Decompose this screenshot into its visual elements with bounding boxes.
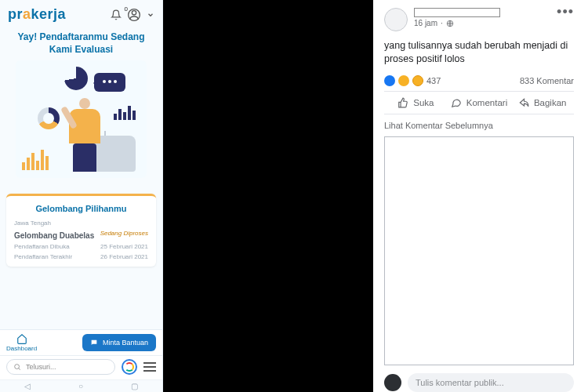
action-bar: Suka Komentari Bagikan xyxy=(384,91,574,114)
home-soft-icon[interactable]: ○ xyxy=(78,382,83,390)
previous-comments-link[interactable]: Lihat Komentar Sebelumnya xyxy=(384,114,574,136)
open-label: Pendaftaran Dibuka xyxy=(14,243,70,250)
wow-reaction-icon xyxy=(412,75,423,86)
like-button[interactable]: Suka xyxy=(384,92,448,114)
comment-input[interactable]: Tulis komentar publik... xyxy=(408,373,574,392)
phone-screenshot: prakerja 0 Yay! Pendaftaranmu Sedang Kam… xyxy=(0,0,163,392)
hero-illustration xyxy=(16,60,147,178)
globe-icon xyxy=(446,20,454,27)
app-header: prakerja 0 xyxy=(0,0,162,26)
search-input[interactable]: Telusuri... xyxy=(6,359,115,375)
recents-icon[interactable]: ▢ xyxy=(131,382,138,390)
close-label: Pendaftaran Terakhir xyxy=(14,253,72,260)
wave-status: Sedang Diproses xyxy=(100,230,148,240)
media-blackbox xyxy=(163,0,373,392)
open-value: 25 Februari 2021 xyxy=(100,243,148,250)
like-reaction-icon xyxy=(384,75,395,86)
notification-count: 0 xyxy=(125,5,128,13)
poster-name-redacted xyxy=(414,8,500,17)
haha-reaction-icon xyxy=(398,75,409,86)
home-icon xyxy=(16,333,28,344)
hero-title: Yay! Pendaftaranmu Sedang Kami Evaluasi xyxy=(9,31,153,56)
share-icon xyxy=(518,97,529,108)
bell-icon[interactable]: 0 xyxy=(111,9,122,20)
post-pane: 16 jam · ••• yang tulisannya sudah berub… xyxy=(373,0,588,392)
write-comment-row: Tulis komentar publik... xyxy=(384,370,574,392)
google-play-icon[interactable] xyxy=(122,359,137,375)
bottom-nav: Dashboard Minta Bantuan xyxy=(0,329,162,355)
avatar-icon[interactable] xyxy=(128,9,140,21)
thumb-icon xyxy=(397,97,408,108)
comment-count[interactable]: 833 Komentar xyxy=(520,76,574,85)
svg-point-0 xyxy=(132,10,136,14)
browser-bar: Telusuri... xyxy=(0,355,162,379)
wave-card: Gelombang Pilihanmu Jawa Tengah Gelomban… xyxy=(6,194,156,267)
reaction-summary[interactable]: 437 xyxy=(384,75,441,86)
wave-province: Jawa Tengah xyxy=(14,220,148,227)
android-nav: ◁ ○ ▢ xyxy=(0,379,162,392)
comment-button[interactable]: Komentari xyxy=(448,92,511,114)
post-timestamp: 16 jam xyxy=(414,19,437,27)
wave-card-title: Gelombang Pilihanmu xyxy=(14,204,148,213)
post-body: yang tulisannya sudah berubah menjadi di… xyxy=(384,39,574,66)
brand-logo: prakerja xyxy=(8,6,66,23)
hero-section: Yay! Pendaftaranmu Sedang Kami Evaluasi xyxy=(0,26,162,186)
poster-avatar[interactable] xyxy=(384,8,408,31)
close-value: 26 Februari 2021 xyxy=(100,253,148,260)
search-icon xyxy=(13,363,21,371)
help-button[interactable]: Minta Bantuan xyxy=(82,334,156,351)
chevron-down-icon[interactable] xyxy=(147,11,154,19)
self-avatar[interactable] xyxy=(384,374,401,391)
back-icon[interactable]: ◁ xyxy=(24,382,31,390)
svg-point-2 xyxy=(15,365,20,369)
comments-area xyxy=(384,136,574,365)
wave-name: Gelombang Duabelas xyxy=(14,231,94,240)
chat-icon xyxy=(90,339,98,347)
share-button[interactable]: Bagikan xyxy=(510,92,574,114)
reaction-count: 437 xyxy=(426,76,441,85)
comment-icon xyxy=(451,97,462,108)
menu-icon[interactable] xyxy=(143,362,156,372)
nav-dashboard[interactable]: Dashboard xyxy=(6,333,37,352)
post-menu-icon[interactable]: ••• xyxy=(557,8,574,16)
